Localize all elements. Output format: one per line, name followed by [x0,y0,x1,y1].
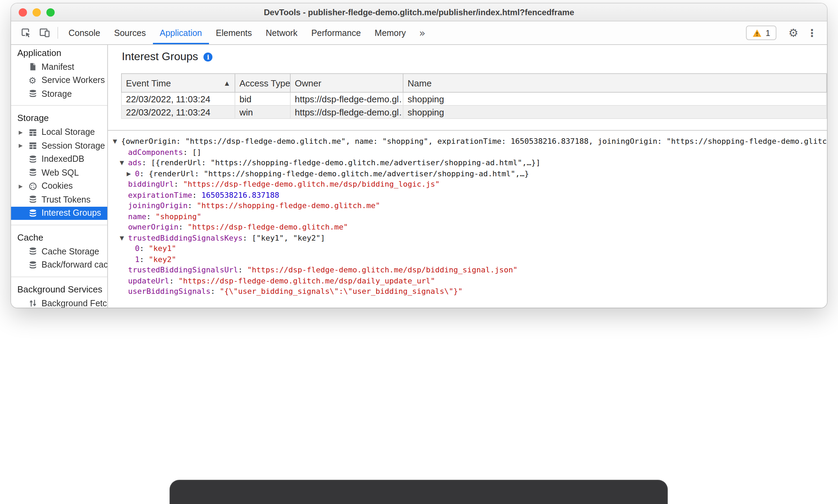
table-icon [28,141,37,151]
tab-sources[interactable]: Sources [107,21,153,44]
sidebar-item-background-fetch[interactable]: Background Fetch [11,297,107,308]
table-row[interactable]: 22/03/2022, 11:03:24bidhttps://dsp-fledg… [121,92,827,105]
collapse-triangle-icon[interactable]: ▼ [113,136,121,147]
sidebar-item-storage[interactable]: Storage [11,87,107,101]
column-header-owner[interactable]: Owner [290,74,403,92]
column-label: Owner [295,78,321,88]
device-toolbar-icon[interactable] [35,21,54,44]
tree-row[interactable]: ▼{ownerOrigin: "https://dsp-fledge-demo.… [108,136,827,147]
json-key: updateUrl [128,276,169,285]
expand-arrow-icon[interactable]: ▶ [19,129,23,136]
sidebar-item-label: Web SQL [42,168,79,178]
more-options-icon[interactable]: ⋮ [803,27,821,39]
sort-ascending-icon: ▲ [225,80,230,86]
more-tabs-icon[interactable]: » [413,21,431,44]
json-text: : [139,255,149,264]
tree-row[interactable]: expirationTime: 1650538216.837188 [108,190,827,200]
json-key: trustedBiddingSignalsUrl [128,265,238,274]
sidebar-item-back-forward-cach[interactable]: Back/forward cach [11,258,107,272]
sidebar-item-cookies[interactable]: ▶Cookies [11,179,107,193]
table-cell: bid [235,92,290,105]
json-string: "key2" [149,255,176,264]
json-text: : [146,212,156,221]
json-key: ads [128,158,142,167]
sidebar-item-indexeddb[interactable]: IndexedDB [11,152,107,166]
collapse-triangle-icon[interactable]: ▼ [120,158,128,168]
sidebar-item-label: Back/forward cach [42,260,108,270]
sidebar-item-session-storage[interactable]: ▶Session Storage [11,139,107,152]
tree-row[interactable]: 1: "key2" [108,254,827,265]
tab-performance[interactable]: Performance [304,21,368,44]
json-text: : [169,276,179,285]
tab-network[interactable]: Network [259,21,304,44]
expand-arrow-icon[interactable]: ▶ [19,183,23,189]
sidebar-item-service-workers[interactable]: ⚙Service Workers [11,74,107,87]
expand-triangle-icon[interactable]: ▶ [127,168,135,179]
json-string: "https://shopping-fledge-demo.glitch.me" [197,201,380,210]
table-cell: https://dsp-fledge-demo.gl… [290,105,403,119]
sidebar-item-manifest[interactable]: Manifest [11,60,107,74]
tree-row[interactable]: 0: "key1" [108,243,827,254]
sidebar-item-interest-groups[interactable]: Interest Groups [11,206,107,220]
tree-row[interactable]: ▼trustedBiddingSignalsKeys: ["key1", "ke… [108,233,827,243]
tree-row[interactable]: trustedBiddingSignalsUrl: "https://dsp-f… [108,265,827,276]
panel-header: Interest Groups i [122,50,827,63]
devtools-window: DevTools - publisher-fledge-demo.glitch.… [11,3,827,308]
sidebar-item-cache-storage[interactable]: Cache Storage [11,245,107,258]
screen: DevTools - publisher-fledge-demo.glitch.… [0,0,838,504]
table-cell: shopping [403,92,827,105]
tree-row[interactable]: ownerOrigin: "https://dsp-fledge-demo.gl… [108,222,827,233]
column-header-access-type[interactable]: Access Type [235,74,290,92]
document-icon [28,62,37,72]
column-header-name[interactable]: Name [403,74,827,92]
tree-row[interactable]: userBiddingSignals: "{\"user_bidding_sig… [108,286,827,297]
sidebar-section-background-services: Background Services [11,281,107,297]
expand-arrow-icon[interactable]: ▶ [19,143,23,149]
interest-group-json-tree: ▼{ownerOrigin: "https://dsp-fledge-demo.… [108,131,827,308]
json-string: "key1" [149,244,176,253]
tree-row[interactable]: adComponents: [] [108,147,827,158]
database-icon [28,195,37,205]
json-string: "shopping" [156,212,201,221]
tree-row[interactable]: biddingUrl: "https://dsp-fledge-demo.gli… [108,179,827,190]
table-cell: 22/03/2022, 11:03:24 [121,105,235,119]
json-key: trustedBiddingSignalsKeys [128,233,243,242]
tab-application[interactable]: Application [153,21,209,44]
sidebar-item-web-sql[interactable]: Web SQL [11,166,107,179]
sidebar-section-cache: Cache [11,230,107,245]
devtools-content: ApplicationManifest⚙Service WorkersStora… [11,45,827,308]
tree-row[interactable]: ▶0: {renderUrl: "https://shopping-fledge… [108,168,827,179]
tab-elements[interactable]: Elements [209,21,259,44]
sidebar-item-trust-tokens[interactable]: Trust Tokens [11,193,107,206]
table-cell: shopping [403,105,827,119]
tree-row[interactable]: updateUrl: "https://dsp-fledge-demo.glit… [108,276,827,286]
minimize-window-button[interactable] [33,8,41,16]
close-window-button[interactable] [19,8,27,16]
devtools-toolbar: ConsoleSourcesApplicationElementsNetwork… [11,21,827,45]
up-down-arrows-icon [28,299,37,308]
sidebar-section-storage: Storage [11,110,107,125]
tab-console[interactable]: Console [62,21,107,44]
column-header-event-time[interactable]: Event Time▲ [121,74,235,92]
json-number: 1650538216.837188 [201,190,279,199]
sidebar-item-label: Trust Tokens [42,195,91,205]
issues-badge[interactable]: 1 [746,26,776,40]
page-title: Interest Groups [122,50,198,63]
inspect-element-icon[interactable] [17,21,35,44]
info-icon[interactable]: i [204,52,213,61]
collapse-triangle-icon[interactable]: ▼ [120,233,128,243]
tab-memory[interactable]: Memory [368,21,413,44]
json-text: {ownerOrigin: "https://dsp-fledge-demo.g… [121,137,827,146]
tree-row[interactable]: name: "shopping" [108,211,827,222]
sidebar-item-label: Background Fetch [42,299,108,308]
json-key: 0 [135,244,139,253]
zoom-window-button[interactable] [46,8,55,16]
tree-row[interactable]: ▼ads: [{renderUrl: "https://shopping-fle… [108,158,827,168]
json-key: joiningOrigin [128,201,188,210]
sidebar-item-local-storage[interactable]: ▶Local Storage [11,125,107,139]
tree-row[interactable]: joiningOrigin: "https://shopping-fledge-… [108,200,827,211]
settings-gear-icon[interactable]: ⚙ [784,26,803,39]
table-row[interactable]: 22/03/2022, 11:03:24winhttps://dsp-fledg… [121,105,827,119]
json-text: : [179,223,188,232]
json-text: : {renderUrl: "https://shopping-fledge-d… [139,169,529,178]
